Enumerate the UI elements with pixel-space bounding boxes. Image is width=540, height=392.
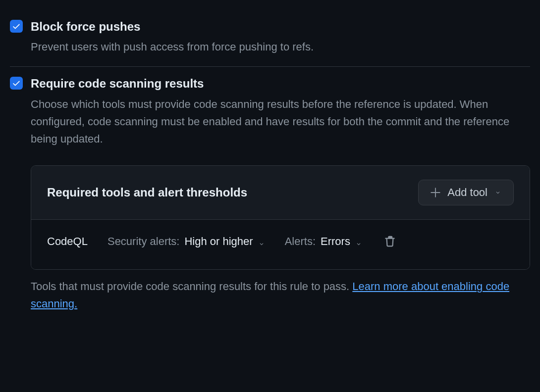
caret-down-icon: [494, 189, 501, 196]
require-code-scanning-checkbox[interactable]: [10, 77, 23, 90]
caret-down-icon: [355, 238, 362, 247]
setting-require-code-scanning: Require code scanning results Choose whi…: [10, 67, 530, 323]
block-force-pushes-checkbox[interactable]: [10, 20, 23, 33]
require-code-scanning-content: Require code scanning results Choose whi…: [31, 76, 530, 312]
require-code-scanning-description: Choose which tools must provide code sca…: [31, 96, 530, 148]
alerts-dropdown[interactable]: Alerts: Errors: [285, 235, 362, 248]
add-tool-button[interactable]: Add tool: [418, 180, 514, 205]
plus-icon: [431, 188, 440, 197]
require-code-scanning-title: Require code scanning results: [31, 76, 530, 91]
block-force-pushes-title: Block force pushes: [31, 19, 530, 34]
tool-name: CodeQL: [47, 235, 88, 248]
required-tools-panel-body: CodeQL Security alerts: High or higher A…: [31, 220, 530, 269]
required-tools-panel-title: Required tools and alert thresholds: [47, 186, 247, 199]
alerts-value: Errors: [321, 235, 350, 248]
trash-icon: [384, 236, 396, 247]
tool-row: CodeQL Security alerts: High or higher A…: [47, 234, 514, 249]
add-tool-label: Add tool: [447, 186, 487, 199]
required-tools-footer: Tools that must provide code scanning re…: [31, 278, 530, 312]
block-force-pushes-content: Block force pushes Prevent users with pu…: [31, 19, 530, 55]
security-alerts-value: High or higher: [184, 235, 253, 248]
setting-block-force-pushes: Block force pushes Prevent users with pu…: [10, 10, 530, 66]
required-tools-panel: Required tools and alert thresholds Add …: [31, 165, 530, 270]
required-tools-panel-header: Required tools and alert thresholds Add …: [31, 166, 530, 220]
caret-down-icon: [258, 238, 265, 247]
check-icon: [12, 22, 21, 31]
footer-text: Tools that must provide code scanning re…: [31, 280, 352, 293]
security-alerts-dropdown[interactable]: Security alerts: High or higher: [108, 235, 265, 248]
check-icon: [12, 79, 21, 88]
security-alerts-label: Security alerts:: [108, 235, 180, 248]
delete-tool-button[interactable]: [382, 234, 398, 249]
alerts-label: Alerts:: [285, 235, 316, 248]
block-force-pushes-description: Prevent users with push access from forc…: [31, 38, 530, 55]
